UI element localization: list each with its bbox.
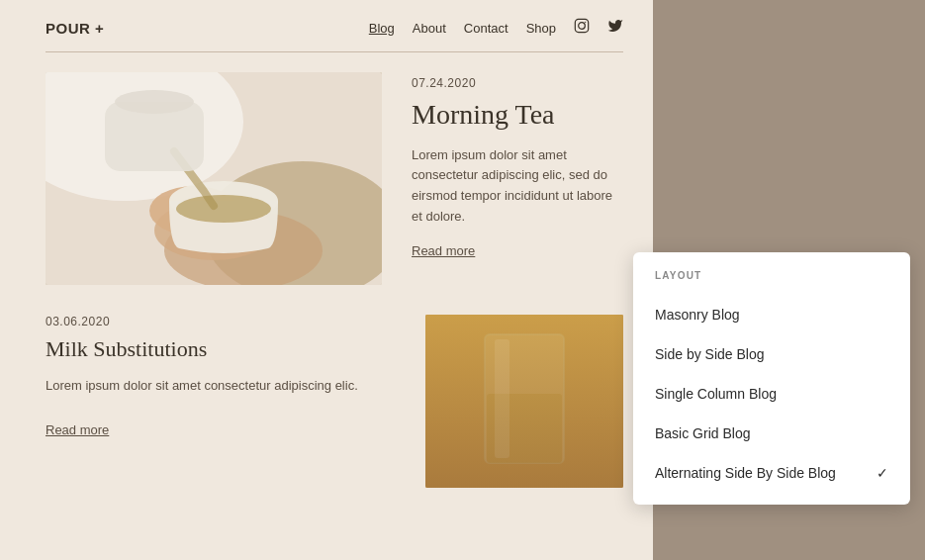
header: POUR + Blog About Contact Shop bbox=[0, 0, 653, 51]
layout-option-basicgrid[interactable]: Basic Grid Blog bbox=[633, 414, 910, 453]
svg-point-12 bbox=[115, 90, 194, 114]
layout-dropdown: LAYOUT Masonry Blog Side by Side Blog Si… bbox=[633, 252, 910, 505]
nav-link-blog[interactable]: Blog bbox=[369, 21, 395, 36]
layout-option-sidebyside-label: Side by Side Blog bbox=[655, 346, 765, 362]
layout-option-alternating-label: Alternating Side By Side Blog bbox=[655, 465, 836, 481]
featured-post-image bbox=[46, 72, 382, 285]
svg-point-1 bbox=[579, 23, 586, 30]
svg-point-2 bbox=[585, 22, 586, 23]
featured-post-read-more[interactable]: Read more bbox=[412, 243, 623, 258]
secondary-post-info: 03.06.2020 Milk Substitutions Lorem ipsu… bbox=[46, 315, 425, 488]
layout-option-singlecolumn-label: Single Column Blog bbox=[655, 386, 777, 402]
secondary-post-title: Milk Substitutions bbox=[46, 336, 406, 362]
main-content: 07.24.2020 Morning Tea Lorem ipsum dolor… bbox=[0, 52, 653, 508]
site-logo: POUR + bbox=[46, 20, 104, 37]
nav-links: Blog About Contact Shop bbox=[369, 18, 623, 38]
featured-post-info: 07.24.2020 Morning Tea Lorem ipsum dolor… bbox=[412, 72, 623, 285]
featured-post: 07.24.2020 Morning Tea Lorem ipsum dolor… bbox=[46, 72, 623, 285]
layout-option-alternating[interactable]: Alternating Side By Side Blog ✓ bbox=[633, 453, 910, 493]
nav-link-shop[interactable]: Shop bbox=[526, 21, 556, 36]
content-area: POUR + Blog About Contact Shop bbox=[0, 0, 653, 560]
secondary-post-date: 03.06.2020 bbox=[46, 315, 406, 328]
featured-post-excerpt: Lorem ipsum dolor sit amet consectetur a… bbox=[412, 145, 623, 228]
checkmark-icon: ✓ bbox=[877, 465, 888, 481]
secondary-post: 03.06.2020 Milk Substitutions Lorem ipsu… bbox=[46, 315, 623, 488]
secondary-post-image bbox=[425, 315, 623, 488]
nav-link-about[interactable]: About bbox=[413, 21, 446, 36]
instagram-icon[interactable] bbox=[574, 18, 590, 38]
layout-option-sidebyside[interactable]: Side by Side Blog bbox=[633, 334, 910, 374]
layout-option-basicgrid-label: Basic Grid Blog bbox=[655, 425, 750, 441]
twitter-icon[interactable] bbox=[607, 18, 623, 38]
secondary-post-read-more[interactable]: Read more bbox=[46, 422, 109, 437]
featured-post-date: 07.24.2020 bbox=[412, 76, 623, 90]
featured-post-title: Morning Tea bbox=[412, 98, 623, 132]
dropdown-label: LAYOUT bbox=[633, 270, 910, 295]
svg-point-10 bbox=[176, 195, 271, 223]
svg-rect-18 bbox=[425, 315, 623, 488]
layout-option-masonry[interactable]: Masonry Blog bbox=[633, 295, 910, 334]
layout-option-masonry-label: Masonry Blog bbox=[655, 307, 740, 323]
page-wrapper: POUR + Blog About Contact Shop bbox=[0, 0, 925, 560]
svg-rect-0 bbox=[575, 19, 588, 32]
secondary-post-excerpt: Lorem ipsum dolor sit amet consectetur a… bbox=[46, 376, 406, 397]
nav-link-contact[interactable]: Contact bbox=[464, 21, 509, 36]
layout-option-singlecolumn[interactable]: Single Column Blog bbox=[633, 374, 910, 414]
